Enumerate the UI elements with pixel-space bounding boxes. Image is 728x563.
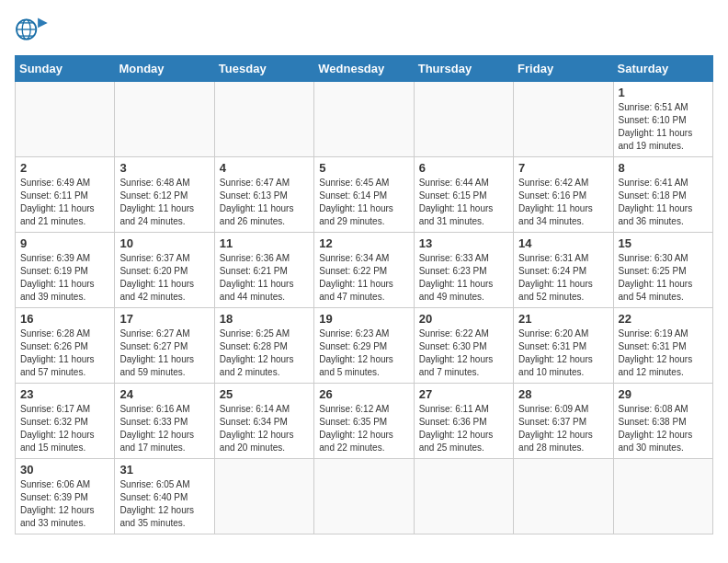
calendar-cell: 11Sunrise: 6:36 AM Sunset: 6:21 PM Dayli… (214, 233, 313, 308)
calendar-cell: 25Sunrise: 6:14 AM Sunset: 6:34 PM Dayli… (214, 384, 313, 459)
calendar: SundayMondayTuesdayWednesdayThursdayFrid… (15, 55, 713, 534)
day-number: 21 (518, 312, 608, 326)
svg-marker-5 (38, 18, 48, 29)
day-info: Sunrise: 6:39 AM Sunset: 6:19 PM Dayligh… (20, 252, 109, 304)
calendar-cell: 14Sunrise: 6:31 AM Sunset: 6:24 PM Dayli… (514, 233, 613, 308)
calendar-cell: 16Sunrise: 6:28 AM Sunset: 6:26 PM Dayli… (16, 308, 115, 384)
day-number: 1 (619, 86, 708, 99)
day-info: Sunrise: 6:17 AM Sunset: 6:32 PM Dayligh… (20, 403, 109, 454)
day-header-friday: Friday (514, 56, 613, 82)
day-info: Sunrise: 6:30 AM Sunset: 6:25 PM Dayligh… (619, 252, 708, 304)
day-number: 24 (119, 387, 209, 401)
week-row-4: 16Sunrise: 6:28 AM Sunset: 6:26 PM Dayli… (16, 308, 713, 384)
calendar-cell: 22Sunrise: 6:19 AM Sunset: 6:31 PM Dayli… (613, 308, 712, 384)
calendar-cell: 19Sunrise: 6:23 AM Sunset: 6:29 PM Dayli… (314, 308, 414, 384)
day-info: Sunrise: 6:27 AM Sunset: 6:27 PM Dayligh… (119, 327, 209, 379)
week-row-5: 23Sunrise: 6:17 AM Sunset: 6:32 PM Dayli… (16, 384, 713, 459)
day-number: 17 (119, 312, 209, 326)
day-info: Sunrise: 6:23 AM Sunset: 6:29 PM Dayligh… (319, 327, 408, 379)
calendar-cell: 30Sunrise: 6:06 AM Sunset: 6:39 PM Dayli… (16, 459, 115, 534)
calendar-cell: 3Sunrise: 6:48 AM Sunset: 6:12 PM Daylig… (115, 157, 214, 233)
calendar-cell: 10Sunrise: 6:37 AM Sunset: 6:20 PM Dayli… (115, 233, 214, 308)
day-header-thursday: Thursday (414, 56, 513, 82)
calendar-cell (16, 82, 115, 157)
day-number: 25 (220, 387, 309, 401)
day-number: 8 (619, 161, 708, 175)
day-number: 29 (619, 387, 708, 401)
day-info: Sunrise: 6:12 AM Sunset: 6:35 PM Dayligh… (319, 403, 408, 454)
logo-icon (15, 15, 48, 44)
day-number: 2 (20, 161, 109, 175)
day-number: 15 (619, 236, 708, 250)
day-number: 9 (20, 236, 109, 250)
week-row-6: 30Sunrise: 6:06 AM Sunset: 6:39 PM Dayli… (16, 459, 713, 534)
day-info: Sunrise: 6:05 AM Sunset: 6:40 PM Dayligh… (119, 478, 209, 530)
calendar-cell: 9Sunrise: 6:39 AM Sunset: 6:19 PM Daylig… (16, 233, 115, 308)
day-number: 10 (119, 236, 209, 250)
calendar-cell: 17Sunrise: 6:27 AM Sunset: 6:27 PM Dayli… (115, 308, 214, 384)
day-number: 18 (220, 312, 309, 326)
calendar-cell: 5Sunrise: 6:45 AM Sunset: 6:14 PM Daylig… (314, 157, 414, 233)
calendar-cell (514, 459, 613, 534)
day-number: 20 (419, 312, 508, 326)
calendar-cell (613, 459, 712, 534)
day-header-monday: Monday (115, 56, 214, 82)
calendar-cell (414, 82, 513, 157)
day-info: Sunrise: 6:11 AM Sunset: 6:36 PM Dayligh… (419, 403, 508, 454)
day-info: Sunrise: 6:36 AM Sunset: 6:21 PM Dayligh… (220, 252, 309, 304)
calendar-cell: 28Sunrise: 6:09 AM Sunset: 6:37 PM Dayli… (514, 384, 613, 459)
calendar-cell (214, 82, 313, 157)
week-row-3: 9Sunrise: 6:39 AM Sunset: 6:19 PM Daylig… (16, 233, 713, 308)
header (15, 15, 713, 44)
day-number: 23 (20, 387, 109, 401)
day-info: Sunrise: 6:09 AM Sunset: 6:37 PM Dayligh… (518, 403, 608, 454)
calendar-cell: 6Sunrise: 6:44 AM Sunset: 6:15 PM Daylig… (414, 157, 513, 233)
calendar-cell: 23Sunrise: 6:17 AM Sunset: 6:32 PM Dayli… (16, 384, 115, 459)
day-number: 27 (419, 387, 508, 401)
calendar-cell: 18Sunrise: 6:25 AM Sunset: 6:28 PM Dayli… (214, 308, 313, 384)
day-number: 22 (619, 312, 708, 326)
day-header-tuesday: Tuesday (214, 56, 313, 82)
calendar-cell: 12Sunrise: 6:34 AM Sunset: 6:22 PM Dayli… (314, 233, 414, 308)
day-number: 28 (518, 387, 608, 401)
day-info: Sunrise: 6:42 AM Sunset: 6:16 PM Dayligh… (518, 177, 608, 228)
day-number: 30 (20, 463, 109, 477)
day-header-saturday: Saturday (613, 56, 712, 82)
day-number: 5 (319, 161, 408, 175)
calendar-cell: 24Sunrise: 6:16 AM Sunset: 6:33 PM Dayli… (115, 384, 214, 459)
day-info: Sunrise: 6:44 AM Sunset: 6:15 PM Dayligh… (419, 177, 508, 228)
day-info: Sunrise: 6:28 AM Sunset: 6:26 PM Dayligh… (20, 327, 109, 379)
calendar-cell: 29Sunrise: 6:08 AM Sunset: 6:38 PM Dayli… (613, 384, 712, 459)
calendar-cell: 13Sunrise: 6:33 AM Sunset: 6:23 PM Dayli… (414, 233, 513, 308)
day-info: Sunrise: 6:19 AM Sunset: 6:31 PM Dayligh… (619, 327, 708, 379)
day-info: Sunrise: 6:08 AM Sunset: 6:38 PM Dayligh… (619, 403, 708, 454)
calendar-cell: 27Sunrise: 6:11 AM Sunset: 6:36 PM Dayli… (414, 384, 513, 459)
day-info: Sunrise: 6:45 AM Sunset: 6:14 PM Dayligh… (319, 177, 408, 228)
day-number: 14 (518, 236, 608, 250)
day-number: 12 (319, 236, 408, 250)
calendar-cell: 20Sunrise: 6:22 AM Sunset: 6:30 PM Dayli… (414, 308, 513, 384)
day-number: 6 (419, 161, 508, 175)
calendar-cell: 15Sunrise: 6:30 AM Sunset: 6:25 PM Dayli… (613, 233, 712, 308)
calendar-cell (414, 459, 513, 534)
day-info: Sunrise: 6:51 AM Sunset: 6:10 PM Dayligh… (619, 101, 708, 153)
day-number: 16 (20, 312, 109, 326)
day-info: Sunrise: 6:31 AM Sunset: 6:24 PM Dayligh… (518, 252, 608, 304)
calendar-cell: 31Sunrise: 6:05 AM Sunset: 6:40 PM Dayli… (115, 459, 214, 534)
calendar-cell: 21Sunrise: 6:20 AM Sunset: 6:31 PM Dayli… (514, 308, 613, 384)
day-info: Sunrise: 6:16 AM Sunset: 6:33 PM Dayligh… (119, 403, 209, 454)
day-info: Sunrise: 6:49 AM Sunset: 6:11 PM Dayligh… (20, 177, 109, 228)
calendar-cell (514, 82, 613, 157)
calendar-cell: 1Sunrise: 6:51 AM Sunset: 6:10 PM Daylig… (613, 82, 712, 157)
day-header-sunday: Sunday (16, 56, 115, 82)
calendar-cell: 4Sunrise: 6:47 AM Sunset: 6:13 PM Daylig… (214, 157, 313, 233)
day-info: Sunrise: 6:48 AM Sunset: 6:12 PM Dayligh… (119, 177, 209, 228)
calendar-cell (214, 459, 313, 534)
calendar-cell: 7Sunrise: 6:42 AM Sunset: 6:16 PM Daylig… (514, 157, 613, 233)
calendar-cell (314, 82, 414, 157)
day-header-wednesday: Wednesday (314, 56, 414, 82)
day-info: Sunrise: 6:41 AM Sunset: 6:18 PM Dayligh… (619, 177, 708, 228)
day-number: 3 (119, 161, 209, 175)
day-info: Sunrise: 6:47 AM Sunset: 6:13 PM Dayligh… (220, 177, 309, 228)
calendar-header-row: SundayMondayTuesdayWednesdayThursdayFrid… (16, 56, 713, 82)
